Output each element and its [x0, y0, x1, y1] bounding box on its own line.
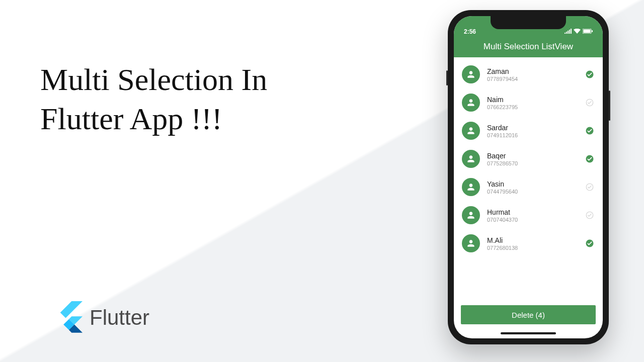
- person-icon: [462, 178, 480, 196]
- list-item[interactable]: M.Ali0772680138: [454, 229, 603, 257]
- svg-rect-2: [592, 30, 593, 32]
- contact-name: Naim: [487, 96, 578, 104]
- list-item[interactable]: Baqer0775286570: [454, 145, 603, 173]
- signal-icon: [565, 28, 572, 35]
- contact-phone: 0749112016: [487, 132, 578, 138]
- flutter-logo-icon: [55, 301, 83, 334]
- contact-name: Zaman: [487, 67, 578, 75]
- contact-name: M.Ali: [487, 236, 578, 244]
- home-indicator[interactable]: [501, 332, 556, 334]
- list-item[interactable]: Sardar0749112016: [454, 117, 603, 145]
- flutter-brand: Flutter: [55, 301, 149, 334]
- check-unselected-icon[interactable]: [585, 182, 595, 192]
- app-bar-title: Multi Selection ListView: [484, 42, 573, 52]
- phone-mockup: 2:56 Multi Selection ListView Zaman07789…: [448, 10, 609, 344]
- svg-rect-1: [584, 30, 591, 33]
- contact-phone: 0775286570: [487, 160, 578, 166]
- phone-notch: [491, 16, 566, 29]
- wifi-icon: [574, 28, 581, 35]
- contact-phone: 0744795640: [487, 189, 578, 195]
- delete-button[interactable]: Delete (4): [461, 305, 596, 324]
- list-item-text: Hurmat0707404370: [487, 208, 578, 223]
- check-selected-icon[interactable]: [585, 126, 595, 136]
- contact-phone: 0766223795: [487, 104, 578, 110]
- person-icon: [462, 150, 480, 168]
- flutter-brand-label: Flutter: [90, 306, 149, 330]
- contact-phone: 0707404370: [487, 217, 578, 223]
- delete-button-label: Delete (4): [512, 311, 545, 319]
- headline-text: Multi Selection InFlutter App !!!: [40, 60, 267, 138]
- check-selected-icon[interactable]: [585, 238, 595, 248]
- person-icon: [462, 234, 480, 252]
- check-selected-icon[interactable]: [585, 154, 595, 164]
- list-item-text: Sardar0749112016: [487, 124, 578, 138]
- list-item[interactable]: Yasin0744795640: [454, 173, 603, 201]
- phone-screen: 2:56 Multi Selection ListView Zaman07789…: [454, 16, 603, 338]
- app-bar: Multi Selection ListView: [454, 36, 603, 57]
- list-item-text: Naim0766223795: [487, 96, 578, 110]
- battery-icon: [583, 28, 593, 35]
- list-item-text: M.Ali0772680138: [487, 236, 578, 251]
- list-item[interactable]: Hurmat0707404370: [454, 201, 603, 229]
- list-item-text: Yasin0744795640: [487, 180, 578, 195]
- person-icon: [462, 206, 480, 224]
- status-time: 2:56: [464, 28, 476, 35]
- person-icon: [462, 94, 480, 112]
- contact-name: Sardar: [487, 124, 578, 132]
- contact-list[interactable]: Zaman0778979454Naim0766223795Sardar07491…: [454, 57, 603, 299]
- contact-name: Baqer: [487, 152, 578, 160]
- person-icon: [462, 122, 480, 140]
- list-item-text: Baqer0775286570: [487, 152, 578, 166]
- list-item-text: Zaman0778979454: [487, 67, 578, 82]
- contact-name: Hurmat: [487, 208, 578, 216]
- contact-phone: 0778979454: [487, 76, 578, 82]
- list-item[interactable]: Zaman0778979454: [454, 60, 603, 88]
- person-icon: [462, 65, 480, 83]
- check-unselected-icon[interactable]: [585, 98, 595, 108]
- contact-phone: 0772680138: [487, 245, 578, 251]
- check-unselected-icon[interactable]: [585, 210, 595, 220]
- check-selected-icon[interactable]: [585, 69, 595, 79]
- contact-name: Yasin: [487, 180, 578, 188]
- list-item[interactable]: Naim0766223795: [454, 88, 603, 117]
